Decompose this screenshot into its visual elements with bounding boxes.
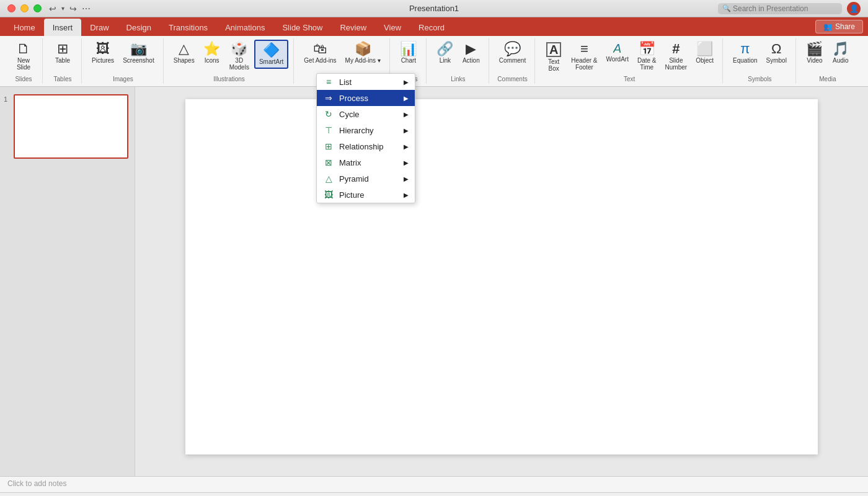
equation-button[interactable]: π Equation xyxy=(729,40,761,66)
screenshot-button[interactable]: 📷 Screenshot xyxy=(119,40,158,66)
textbox-button[interactable]: A TextBox xyxy=(541,40,566,74)
tab-home[interactable]: Home xyxy=(5,19,44,36)
action-button[interactable]: ▶ Action xyxy=(459,40,484,66)
audio-button[interactable]: 🎵 Audio xyxy=(828,40,853,66)
slide-thumbnail[interactable] xyxy=(14,94,128,159)
smartart-button[interactable]: 🔷 SmartArt xyxy=(254,40,288,69)
share-button[interactable]: 👥 Share xyxy=(815,20,863,33)
undo-icon[interactable]: ↩ xyxy=(49,4,56,14)
new-slide-label: NewSlide xyxy=(17,57,30,71)
menu-item-process[interactable]: ⇒ Process ▶ xyxy=(317,90,415,106)
menu-item-picture[interactable]: 🖼 Picture ▶ xyxy=(317,187,415,203)
table-icon: ⊞ xyxy=(57,42,68,56)
share-icon: 👥 xyxy=(823,22,833,31)
process-arrow-icon: ▶ xyxy=(404,95,409,102)
object-label: Object xyxy=(696,57,714,64)
object-button[interactable]: ⬜ Object xyxy=(692,40,717,66)
chart-label: Chart xyxy=(401,57,416,64)
wordart-icon: A xyxy=(613,42,621,55)
shapes-label: Shapes xyxy=(174,57,195,64)
slidenumber-icon: # xyxy=(672,42,680,56)
slide-canvas[interactable] xyxy=(185,99,818,454)
menu-item-pyramid[interactable]: △ Pyramid ▶ xyxy=(317,170,415,187)
get-addins-label: Get Add-ins xyxy=(304,57,336,64)
tabs-bar: Home Insert Draw Design Transitions Anim… xyxy=(0,17,868,36)
title-bar: ↩ ▾ ↪ ⋯ Presentation1 🔍 👤 xyxy=(0,0,868,17)
my-addins-button[interactable]: 📦 My Add-ins ▾ xyxy=(342,40,384,66)
tab-slideshow[interactable]: Slide Show xyxy=(273,19,331,36)
maximize-button[interactable] xyxy=(33,4,42,12)
tab-animations[interactable]: Animations xyxy=(216,19,273,36)
audio-icon: 🎵 xyxy=(832,42,849,56)
ribbon-group-symbols: π Equation Ω Symbol Symbols xyxy=(724,38,796,84)
menu-item-cycle[interactable]: ↻ Cycle ▶ xyxy=(317,106,415,122)
my-addins-icon: 📦 xyxy=(355,42,371,56)
menu-item-matrix[interactable]: ⊠ Matrix ▶ xyxy=(317,154,415,170)
smartart-icon: 🔷 xyxy=(263,43,280,57)
comment-button[interactable]: 💬 Comment xyxy=(495,40,529,66)
ribbon-group-text: A TextBox ≡ Header &Footer A WordArt 📅 D… xyxy=(536,38,723,84)
3dmodels-button[interactable]: 🎲 3DModels xyxy=(226,40,253,73)
shapes-button[interactable]: △ Shapes xyxy=(170,40,198,66)
pictures-label: Pictures xyxy=(92,57,114,64)
tab-review[interactable]: Review xyxy=(331,19,375,36)
status-bar: Slide 1 of 1 English (United States) ♿ A… xyxy=(0,492,868,496)
redo-icon[interactable]: ↪ xyxy=(69,4,77,14)
chart-icon: 📊 xyxy=(400,42,417,56)
get-addins-button[interactable]: 🛍 Get Add-ins xyxy=(300,40,340,66)
datetime-button[interactable]: 📅 Date &Time xyxy=(634,40,660,73)
ribbon-group-images: 🖼 Pictures 📷 Screenshot Images xyxy=(83,38,164,84)
link-button[interactable]: 🔗 Link xyxy=(433,40,458,66)
pictures-icon: 🖼 xyxy=(96,42,110,56)
pictures-button[interactable]: 🖼 Pictures xyxy=(88,40,118,66)
undo-dropdown-icon[interactable]: ▾ xyxy=(61,5,64,12)
equation-label: Equation xyxy=(733,57,757,64)
ribbon-group-tables: ⊞ Table Tables xyxy=(44,38,82,84)
chart-button[interactable]: 📊 Chart xyxy=(396,40,421,66)
symbol-button[interactable]: Ω Symbol xyxy=(763,40,790,66)
process-menu-icon: ⇒ xyxy=(323,93,334,103)
wordart-button[interactable]: A WordArt xyxy=(602,40,632,65)
smartart-label: SmartArt xyxy=(259,58,283,65)
slidenumber-button[interactable]: # SlideNumber xyxy=(662,40,691,73)
hierarchy-menu-icon: ⊤ xyxy=(323,125,334,135)
icons-label: Icons xyxy=(205,57,219,64)
table-label: Table xyxy=(55,57,70,64)
search-input[interactable] xyxy=(718,3,842,14)
icons-icon: ⭐ xyxy=(203,42,220,56)
tab-view[interactable]: View xyxy=(375,19,410,36)
tab-draw[interactable]: Draw xyxy=(81,19,117,36)
header-footer-label: Header &Footer xyxy=(571,57,597,71)
tab-transitions[interactable]: Transitions xyxy=(160,19,216,36)
user-avatar[interactable]: 👤 xyxy=(847,2,861,16)
slides-group-label: Slides xyxy=(15,76,32,82)
tab-record[interactable]: Record xyxy=(410,19,453,36)
minimize-button[interactable] xyxy=(20,4,29,12)
text-group-label: Text xyxy=(624,76,635,82)
video-button[interactable]: 🎬 Video xyxy=(802,40,827,66)
tab-design[interactable]: Design xyxy=(118,19,160,36)
more-icon[interactable]: ⋯ xyxy=(82,4,91,14)
object-icon: ⬜ xyxy=(696,42,713,56)
new-slide-button[interactable]: 🗋 NewSlide xyxy=(10,40,37,73)
symbols-group-label: Symbols xyxy=(748,76,771,82)
menu-item-list[interactable]: ≡ List ▶ xyxy=(317,74,415,90)
links-group-label: Links xyxy=(451,76,465,82)
menu-item-hierarchy[interactable]: ⊤ Hierarchy ▶ xyxy=(317,122,415,138)
notes-placeholder: Click to add notes xyxy=(7,479,66,488)
tab-insert[interactable]: Insert xyxy=(44,19,82,36)
table-button[interactable]: ⊞ Table xyxy=(49,40,76,66)
icons-button[interactable]: ⭐ Icons xyxy=(200,40,224,66)
ribbon: Home Insert Draw Design Transitions Anim… xyxy=(0,17,868,87)
header-footer-button[interactable]: ≡ Header &Footer xyxy=(567,40,601,73)
get-addins-icon: 🛍 xyxy=(313,42,327,56)
close-button[interactable] xyxy=(7,4,16,12)
notes-area[interactable]: Click to add notes xyxy=(0,476,868,492)
video-label: Video xyxy=(807,57,822,64)
canvas-area[interactable] xyxy=(135,87,868,476)
pyramid-arrow-icon: ▶ xyxy=(404,175,409,182)
datetime-label: Date &Time xyxy=(637,57,657,71)
traffic-lights xyxy=(7,4,42,12)
3dmodels-label: 3DModels xyxy=(229,57,249,71)
menu-item-relationship[interactable]: ⊞ Relationship ▶ xyxy=(317,138,415,154)
